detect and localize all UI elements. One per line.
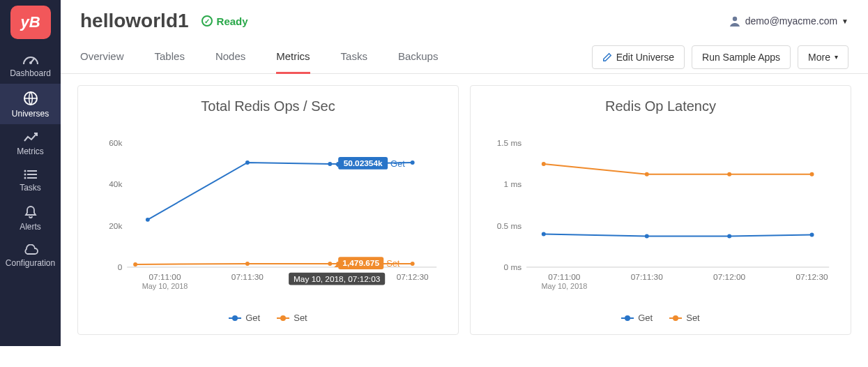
- sidebar-item-configuration[interactable]: Configuration: [0, 237, 61, 274]
- svg-text:20k: 20k: [109, 221, 122, 231]
- sidebar-item-label: Tasks: [20, 183, 41, 193]
- sidebar-item-label: Metrics: [17, 147, 44, 156]
- tab-overview[interactable]: Overview: [80, 40, 124, 74]
- caret-down-icon: ▾: [835, 53, 838, 61]
- svg-text:07:11:00: 07:11:00: [149, 272, 181, 282]
- status-badge: Ready: [201, 15, 248, 27]
- svg-text:40k: 40k: [109, 179, 122, 189]
- caret-down-icon: ▼: [842, 17, 848, 25]
- tab-tables[interactable]: Tables: [155, 40, 185, 74]
- universe-title: helloworld1: [80, 10, 189, 32]
- svg-point-54: [542, 232, 546, 237]
- legend-item-get[interactable]: Get: [621, 313, 653, 323]
- chart-card-redis-latency: Redis Op Latency 0 ms 0.5 ms 1 ms 1.5 ms…: [470, 85, 851, 335]
- pencil-icon: [602, 52, 612, 62]
- sidebar-item-alerts[interactable]: Alerts: [0, 198, 61, 237]
- tooltip-set: 1,479.675: [334, 257, 383, 269]
- svg-text:1,479.675: 1,479.675: [342, 258, 379, 268]
- chart-legend: Get Set: [482, 313, 839, 323]
- list-icon: [23, 169, 38, 180]
- svg-marker-31: [334, 163, 338, 167]
- svg-text:0.5 ms: 0.5 ms: [497, 221, 522, 231]
- sidebar-item-label: Universes: [12, 109, 49, 119]
- sidebar-item-tasks[interactable]: Tasks: [0, 162, 61, 198]
- svg-text:07:12:00: 07:12:00: [713, 272, 745, 282]
- sidebar-item-universes[interactable]: Universes: [0, 84, 61, 124]
- svg-point-25: [133, 262, 137, 267]
- tooltip-time: May 10, 2018, 07:12:03: [289, 273, 385, 285]
- sidebar-item-label: Dashboard: [10, 68, 51, 78]
- metrics-icon: [23, 131, 38, 144]
- user-icon: [729, 15, 741, 27]
- svg-point-52: [727, 172, 731, 177]
- chart-redis-latency[interactable]: 0 ms 0.5 ms 1 ms 1.5 ms 07:11:00 07:11:3…: [482, 121, 839, 303]
- chart-title: Total Redis Ops / Sec: [89, 98, 447, 114]
- svg-text:07:12:30: 07:12:30: [397, 272, 429, 282]
- tab-metrics[interactable]: Metrics: [276, 40, 310, 74]
- topbar: helloworld1 Ready demo@myacme.com ▼: [61, 0, 868, 36]
- chart-redis-ops[interactable]: 0 20k 40k 60k 07:11:00 07:11:30 07:12:00…: [89, 121, 447, 303]
- svg-point-26: [245, 262, 250, 266]
- svg-point-53: [810, 172, 814, 177]
- svg-point-51: [645, 172, 649, 177]
- svg-point-29: [411, 262, 415, 266]
- svg-point-22: [328, 162, 332, 166]
- svg-text:1 ms: 1 ms: [504, 179, 522, 189]
- tab-nodes[interactable]: Nodes: [215, 40, 245, 74]
- cloud-icon: [22, 244, 39, 255]
- run-sample-apps-button[interactable]: Run Sample Apps: [692, 45, 791, 69]
- status-label: Ready: [217, 15, 248, 27]
- svg-line-1: [31, 59, 34, 63]
- svg-text:07:12:30: 07:12:30: [796, 272, 828, 282]
- sidebar-item-label: Alerts: [20, 222, 41, 232]
- legend-item-get[interactable]: Get: [229, 313, 260, 323]
- svg-point-21: [245, 160, 250, 165]
- svg-text:May 10, 2018: May 10, 2018: [142, 282, 188, 290]
- svg-point-55: [645, 234, 649, 239]
- svg-text:07:11:00: 07:11:00: [548, 272, 580, 282]
- legend-item-set[interactable]: Set: [669, 313, 700, 323]
- svg-point-9: [732, 17, 736, 21]
- svg-point-57: [810, 233, 814, 237]
- svg-point-56: [727, 234, 731, 239]
- legend-item-set[interactable]: Set: [277, 313, 307, 323]
- user-menu[interactable]: demo@myacme.com ▼: [729, 15, 848, 27]
- svg-text:0: 0: [118, 262, 123, 272]
- chart-legend: Get Set: [89, 313, 447, 323]
- edit-universe-button[interactable]: Edit Universe: [592, 45, 685, 69]
- svg-text:60k: 60k: [109, 138, 122, 148]
- svg-text:Get: Get: [390, 158, 405, 169]
- svg-point-6: [24, 170, 26, 172]
- svg-text:07:11:30: 07:11:30: [631, 272, 663, 282]
- logo[interactable]: yB: [10, 6, 51, 39]
- svg-text:50.02354k: 50.02354k: [344, 158, 383, 168]
- chart-title: Redis Op Latency: [482, 98, 839, 114]
- svg-text:May 10, 2018, 07:12:03: May 10, 2018, 07:12:03: [294, 274, 381, 284]
- bell-icon: [24, 205, 38, 219]
- tab-tasks[interactable]: Tasks: [341, 40, 367, 74]
- sidebar-item-metrics[interactable]: Metrics: [0, 124, 61, 162]
- sidebar-item-dashboard[interactable]: Dashboard: [0, 46, 61, 84]
- tab-backups[interactable]: Backups: [398, 40, 439, 74]
- svg-text:May 10, 2018: May 10, 2018: [542, 282, 588, 290]
- tooltip-get: 50.02354k: [334, 157, 388, 170]
- more-menu-button[interactable]: More▾: [798, 45, 848, 69]
- sidebar: yB Dashboard Universes Metrics Tasks Ale…: [0, 0, 61, 346]
- svg-point-24: [411, 160, 415, 165]
- gauge-icon: [22, 53, 39, 66]
- user-email: demo@myacme.com: [745, 15, 837, 27]
- svg-text:07:11:30: 07:11:30: [231, 272, 264, 282]
- svg-text:Set: Set: [386, 258, 400, 269]
- svg-point-7: [24, 174, 26, 176]
- svg-text:1.5 ms: 1.5 ms: [497, 138, 522, 148]
- svg-text:0 ms: 0 ms: [504, 262, 522, 272]
- svg-point-8: [24, 177, 26, 179]
- sidebar-item-label: Configuration: [6, 258, 55, 268]
- svg-point-20: [146, 218, 150, 222]
- check-circle-icon: [201, 15, 213, 27]
- svg-point-50: [542, 162, 546, 166]
- globe-icon: [23, 91, 38, 106]
- chart-card-redis-ops: Total Redis Ops / Sec 0 20k 40k 60k 07:1…: [77, 85, 459, 335]
- svg-point-27: [328, 262, 332, 266]
- tabbar: Overview Tables Nodes Metrics Tasks Back…: [61, 40, 868, 74]
